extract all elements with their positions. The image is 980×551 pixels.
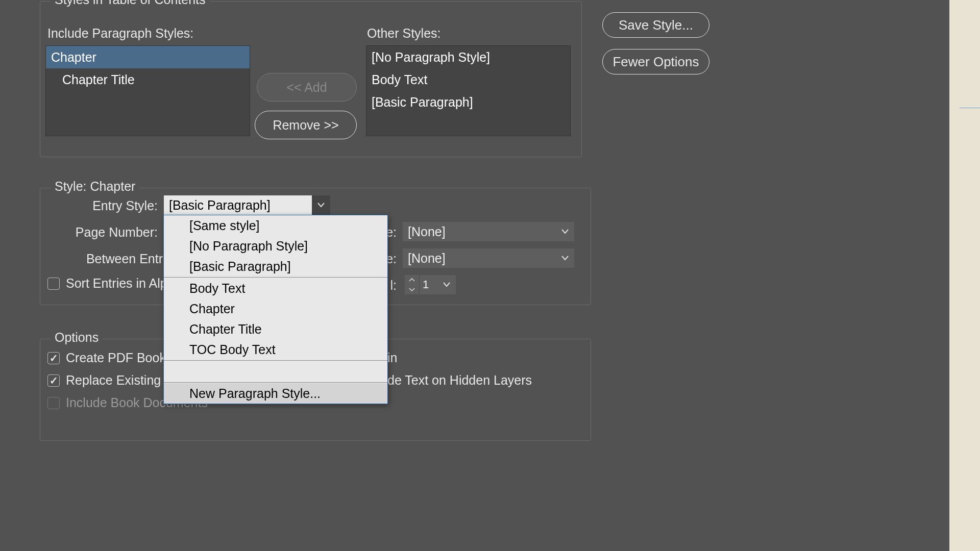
replace-existing-toc-label: Replace Existing T [66,373,172,388]
dropdown-item[interactable]: TOC Body Text [164,339,387,360]
other-styles-listbox[interactable]: [No Paragraph Style] Body Text [Basic Pa… [366,45,571,136]
list-item[interactable]: Chapter Title [46,68,250,91]
fewer-options-button[interactable]: Fewer Options [602,49,709,74]
level-stepper[interactable]: 1 [405,275,456,294]
sort-entries-label: Sort Entries in Alp [66,276,167,291]
legend-style-chapter: Style: Chapter [51,179,139,194]
level-dropdown-button[interactable] [437,275,456,294]
include-styles-listbox[interactable]: Chapter Chapter Title [45,45,250,136]
entry-style-value: [Basic Paragraph] [164,195,312,215]
legend-styles-in-toc: Styles in Table of Contents [51,0,210,7]
opt1-right-frag: in [387,350,397,365]
dropdown-item[interactable]: Body Text [164,278,387,298]
sort-entries-checkbox[interactable] [47,278,60,290]
dropdown-item[interactable]: Chapter Title [164,319,387,339]
group-styles-in-toc: Styles in Table of Contents Include Para… [40,1,582,157]
entry-style-combo[interactable]: [Basic Paragraph] [164,195,330,215]
dropdown-item[interactable]: [No Paragraph Style] [164,236,387,256]
style-right1-dropdown-button[interactable] [556,222,574,241]
list-item[interactable]: Chapter [46,46,250,68]
style-right2-dropdown-button[interactable] [556,248,574,268]
save-style-button[interactable]: Save Style... [602,12,709,38]
sort-entries-checkbox-row[interactable]: Sort Entries in Alp [47,276,167,291]
toc-dialog: Save Style... Fewer Options Styles in Ta… [0,0,734,551]
style-right1-combo[interactable]: [None] [403,222,574,241]
list-item[interactable]: [No Paragraph Style] [366,46,570,68]
dropdown-separator [164,382,387,383]
chevron-down-icon [409,288,415,291]
level-value[interactable]: 1 [419,275,437,294]
dropdown-item[interactable]: [Same style] [164,215,387,236]
style-right1-value: [None] [403,222,556,241]
dropdown-item-new-paragraph-style[interactable]: New Paragraph Style... [164,383,387,404]
chevron-down-icon [561,229,569,234]
entry-style-label: Entry Style: [56,198,158,213]
create-pdf-bookmarks-checkbox[interactable] [47,352,60,364]
stepper-up-button[interactable] [405,275,419,285]
style-right2-combo[interactable]: [None] [403,248,574,268]
stepper-down-button[interactable] [405,285,419,294]
other-styles-label: Other Styles: [367,26,441,41]
chevron-up-icon [409,278,415,282]
legend-options: Options [51,330,103,345]
dropdown-item[interactable]: [Basic Paragraph] [164,256,387,277]
save-style-label: Save Style... [619,17,693,33]
include-book-documents-checkbox [47,397,60,409]
add-button-label: << Add [286,80,327,95]
list-item[interactable]: [Basic Paragraph] [366,91,570,113]
add-button: << Add [257,73,357,102]
create-pdf-bookmarks-row[interactable]: Create PDF Bookm [47,350,177,365]
fewer-options-label: Fewer Options [612,54,699,70]
include-paragraph-styles-label: Include Paragraph Styles: [47,26,193,41]
style-right2-value: [None] [403,248,556,268]
list-item[interactable]: Body Text [366,68,570,91]
chevron-down-icon [317,203,325,208]
chevron-down-icon [443,282,450,287]
page-number-label: Page Number: [40,225,158,240]
dropdown-separator [164,277,387,278]
canvas-background [949,0,980,551]
replace-existing-toc-row[interactable]: Replace Existing T [47,373,172,388]
between-entry-label: Between Entr [61,252,163,266]
entry-style-dropdown-button[interactable] [312,195,330,215]
create-pdf-bookmarks-label: Create PDF Bookm [66,350,177,365]
entry-style-dropdown-popup[interactable]: [Same style] [No Paragraph Style] [Basic… [163,215,388,404]
dropdown-blank [164,361,387,382]
dropdown-item[interactable]: Chapter [164,298,387,319]
remove-button-label: Remove >> [273,118,338,133]
opt2-right-frag: de Text on Hidden Layers [387,373,532,388]
dropdown-separator [164,360,387,361]
chevron-down-icon [561,256,569,261]
replace-existing-toc-checkbox[interactable] [47,374,60,387]
remove-button[interactable]: Remove >> [255,111,357,139]
